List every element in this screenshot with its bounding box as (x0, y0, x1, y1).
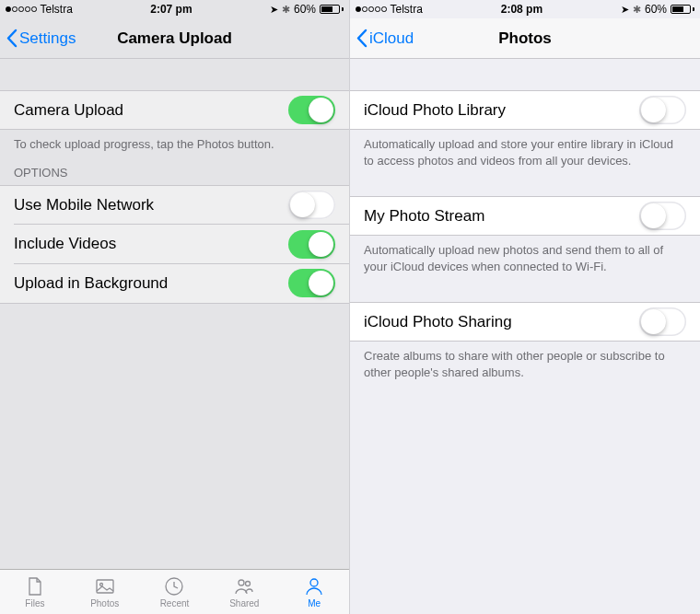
bluetooth-icon: ✱ (633, 4, 641, 16)
options-header: OPTIONS (0, 160, 349, 185)
tab-files[interactable]: Files (0, 570, 70, 614)
row-footer: Automatically upload new photos and send… (350, 236, 700, 282)
photos-icon (93, 575, 117, 597)
tab-label: Me (308, 598, 321, 608)
row-label: iCloud Photo Sharing (364, 313, 512, 331)
file-icon (23, 575, 47, 597)
tab-shared[interactable]: Shared (209, 570, 279, 614)
chevron-left-icon (356, 29, 368, 48)
row-label: Upload in Background (14, 274, 168, 293)
tab-bar: Files Photos Recent Shared Me (0, 569, 349, 614)
row-footer: Create albums to share with other people… (350, 342, 700, 388)
signal-icon (356, 6, 387, 12)
row-label: Include Videos (14, 235, 116, 253)
back-label: Settings (19, 29, 76, 48)
toggle-my-photo-stream[interactable] (639, 202, 686, 230)
camera-upload-footer: To check upload progress, tap the Photos… (0, 130, 349, 160)
status-time: 2:08 pm (501, 3, 542, 16)
svg-point-3 (239, 580, 244, 585)
toggle-icloud-photo-sharing[interactable] (639, 307, 686, 336)
back-label: iCloud (369, 29, 414, 48)
tab-label: Shared (229, 598, 259, 608)
content: Camera Upload To check upload progress, … (0, 59, 349, 569)
status-bar: Telstra 2:07 pm ➤ ✱ 60% (0, 0, 349, 18)
toggle-include-videos[interactable] (288, 230, 335, 259)
row-icloud-photo-library[interactable]: iCloud Photo Library (350, 90, 700, 130)
carrier-label: Telstra (391, 3, 423, 16)
toggle-icloud-photo-library[interactable] (639, 96, 686, 124)
row-camera-upload[interactable]: Camera Upload (0, 90, 349, 130)
back-button[interactable]: Settings (0, 29, 76, 48)
battery-icon (320, 5, 344, 14)
tab-recent[interactable]: Recent (140, 570, 210, 614)
row-upload-in-background[interactable]: Upload in Background (0, 264, 349, 304)
content: iCloud Photo Library Automatically uploa… (350, 59, 700, 614)
row-use-mobile-network[interactable]: Use Mobile Network (0, 185, 349, 225)
svg-rect-0 (97, 580, 113, 593)
row-footer: Automatically upload and store your enti… (350, 130, 700, 176)
toggle-camera-upload[interactable] (288, 96, 335, 124)
row-include-videos[interactable]: Include Videos (0, 225, 349, 264)
toggle-use-mobile-network[interactable] (288, 191, 335, 219)
tab-label: Files (25, 598, 44, 608)
row-icloud-photo-sharing[interactable]: iCloud Photo Sharing (350, 302, 700, 342)
tab-photos[interactable]: Photos (70, 570, 140, 614)
options-group: Use Mobile Network Include Videos Upload… (0, 185, 349, 304)
status-time: 2:07 pm (150, 3, 192, 16)
row-label: Use Mobile Network (14, 196, 154, 214)
svg-point-5 (310, 579, 318, 586)
tab-me[interactable]: Me (279, 570, 349, 614)
nav-bar: Settings Camera Upload (0, 18, 349, 59)
back-button[interactable]: iCloud (350, 29, 414, 48)
battery-percent: 60% (645, 3, 667, 16)
tab-label: Recent (160, 598, 190, 608)
row-label: iCloud Photo Library (364, 101, 506, 120)
chevron-left-icon (6, 29, 18, 48)
bluetooth-icon: ✱ (282, 4, 290, 16)
status-bar: Telstra 2:08 pm ➤ ✱ 60% (350, 0, 700, 18)
row-label: My Photo Stream (364, 207, 484, 226)
screen-icloud-photos: Telstra 2:08 pm ➤ ✱ 60% iCloud Photos iC… (350, 0, 700, 614)
screen-dropbox-camera-upload: Telstra 2:07 pm ➤ ✱ 60% Settings Camera … (0, 0, 350, 614)
signal-icon (6, 6, 37, 12)
carrier-label: Telstra (41, 3, 73, 16)
tab-label: Photos (90, 598, 119, 608)
location-icon: ➤ (621, 4, 629, 16)
svg-point-1 (99, 584, 102, 586)
svg-point-4 (246, 582, 251, 586)
shared-icon (232, 575, 256, 597)
nav-bar: iCloud Photos (350, 18, 700, 59)
toggle-upload-in-background[interactable] (288, 269, 335, 297)
person-icon (302, 575, 326, 597)
battery-icon (671, 5, 694, 14)
row-my-photo-stream[interactable]: My Photo Stream (350, 196, 700, 236)
row-label: Camera Upload (14, 101, 123, 120)
location-icon: ➤ (270, 4, 278, 16)
clock-icon (162, 575, 186, 597)
battery-percent: 60% (294, 3, 316, 16)
